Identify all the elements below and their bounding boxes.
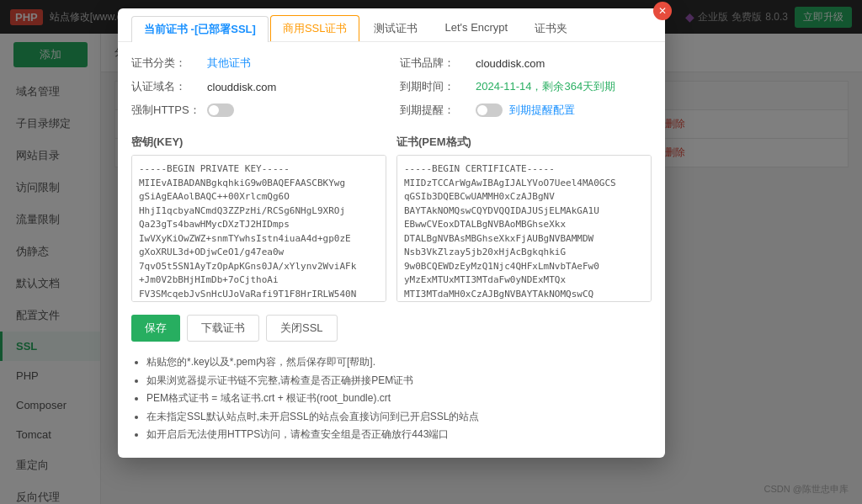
save-button[interactable]: 保存 <box>131 315 180 342</box>
domain-value: clouddisk.com <box>207 81 276 93</box>
tip-item-0: 粘贴您的*.key以及*.pem内容，然后保存即可[帮助]. <box>146 353 652 372</box>
domain-field: 认证域名： clouddisk.com <box>131 79 383 94</box>
tab-test-cert[interactable]: 测试证书 <box>361 15 430 41</box>
ssl-info-row-1: 证书分类： 其他证书 认证域名： clouddisk.com 强制HTTPS： … <box>131 56 652 126</box>
cert-type-field: 证书分类： 其他证书 <box>131 56 383 71</box>
cert-area: 证书(PEM格式) -----BEGIN CERTIFICATE----- MI… <box>396 135 652 305</box>
ssl-info-col-left: 证书分类： 其他证书 认证域名： clouddisk.com 强制HTTPS： <box>131 56 383 126</box>
expire-field: 到期时间： 2024-11-14，剩余364天到期 <box>400 79 652 94</box>
key-area: 密钥(KEY) -----BEGIN PRIVATE KEY----- MIIE… <box>131 135 386 305</box>
tip-item-4: 如开启后无法使用HTTPS访问，请检查安全组是否正确放行443端口 <box>146 426 652 444</box>
close-ssl-button[interactable]: 关闭SSL <box>266 315 338 342</box>
brand-value: clouddisk.com <box>476 57 545 70</box>
https-label: 强制HTTPS： <box>131 103 207 118</box>
expire-label: 到期时间： <box>400 79 476 94</box>
tip-item-1: 如果浏览器提示证书链不完整,请检查是否正确拼接PEM证书 <box>146 372 652 390</box>
domain-label: 认证域名： <box>131 79 207 94</box>
remind-label: 到期提醒： <box>400 103 476 118</box>
ssl-modal: ✕ 当前证书 -[已部署SSL] 商用SSL证书 测试证书 Let's Encr… <box>118 8 665 458</box>
download-cert-button[interactable]: 下载证书 <box>187 315 259 342</box>
https-toggle[interactable] <box>207 103 234 117</box>
remind-field: 到期提醒： 到期提醒配置 <box>400 103 652 118</box>
tips-list: 粘贴您的*.key以及*.pem内容，然后保存即可[帮助]. 如果浏览器提示证书… <box>131 353 652 444</box>
brand-label: 证书品牌： <box>400 56 476 71</box>
cert-type-value[interactable]: 其他证书 <box>207 56 251 71</box>
ssl-info-col-right: 证书品牌： clouddisk.com 到期时间： 2024-11-14，剩余3… <box>400 56 652 126</box>
tab-commercial-ssl[interactable]: 商用SSL证书 <box>270 15 360 41</box>
remind-toggle[interactable] <box>476 103 503 117</box>
https-field: 强制HTTPS： <box>131 103 383 118</box>
key-textarea[interactable]: -----BEGIN PRIVATE KEY----- MIIEvAIBADAN… <box>131 155 386 302</box>
cert-textarea[interactable]: -----BEGIN CERTIFICATE----- MIIDzTCCArWg… <box>396 155 652 302</box>
cert-type-label: 证书分类： <box>131 56 207 71</box>
key-label: 密钥(KEY) <box>131 135 386 150</box>
button-row: 保存 下载证书 关闭SSL <box>131 315 652 342</box>
tip-item-2: PEM格式证书 = 域名证书.crt + 根证书(root_bundle).cr… <box>146 390 652 408</box>
modal-tabs: 当前证书 -[已部署SSL] 商用SSL证书 测试证书 Let's Encryp… <box>118 8 665 42</box>
tab-lets-encrypt[interactable]: Let's Encrypt <box>432 15 520 41</box>
modal-body: 证书分类： 其他证书 认证域名： clouddisk.com 强制HTTPS： … <box>118 42 665 458</box>
brand-field: 证书品牌： clouddisk.com <box>400 56 652 71</box>
expire-value: 2024-11-14，剩余364天到期 <box>476 79 615 94</box>
key-cert-container: 密钥(KEY) -----BEGIN PRIVATE KEY----- MIIE… <box>131 135 652 305</box>
remind-config-link[interactable]: 到期提醒配置 <box>509 103 575 118</box>
cert-label: 证书(PEM格式) <box>396 135 652 150</box>
tab-cert-folder[interactable]: 证书夹 <box>522 15 580 41</box>
modal-close-button[interactable]: ✕ <box>653 2 672 20</box>
tip-item-3: 在未指定SSL默认站点时,未开启SSL的站点会直接访问到已开启SSL的站点 <box>146 408 652 427</box>
help-link[interactable]: 帮助 <box>349 356 370 368</box>
tab-current-cert[interactable]: 当前证书 -[已部署SSL] <box>131 16 269 42</box>
